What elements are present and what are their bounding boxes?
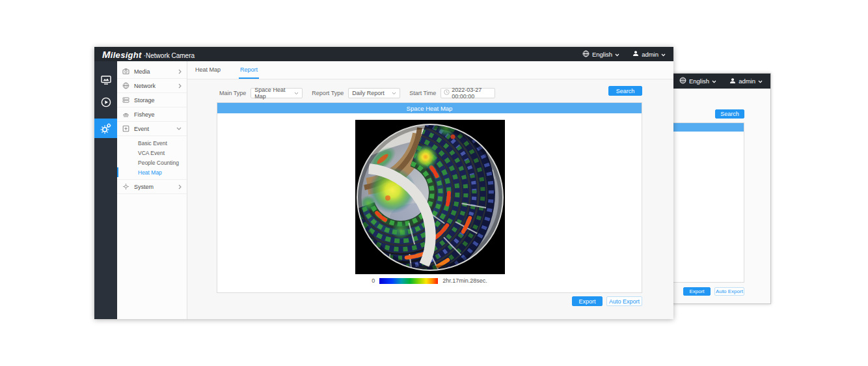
main-window: Milesight ·Network Camera English admin	[94, 47, 673, 319]
content-area: Heat Map Report Main Type Space Heat Map…	[187, 61, 673, 319]
panel-header: Space Heat Map	[217, 103, 642, 113]
brand-logo: Milesight	[102, 49, 142, 60]
report-type-select[interactable]: Daily Report	[348, 88, 400, 98]
fisheye-icon	[122, 111, 129, 118]
event-icon	[122, 125, 129, 132]
bg-user-dropdown[interactable]: admin	[729, 77, 763, 85]
language-label: English	[592, 51, 612, 58]
media-icon	[122, 68, 129, 75]
filter-row: Main Type Space Heat Map Report Type Dai…	[219, 87, 642, 98]
start-time-input[interactable]: 2022-03-27 00:00:00	[441, 88, 495, 98]
menu-item-network[interactable]: Network	[117, 79, 187, 93]
event-submenu: Basic Event VCA Event People Counting He…	[117, 136, 187, 180]
storage-icon	[122, 96, 129, 104]
search-button[interactable]: Search	[608, 86, 642, 96]
menu-item-fisheye[interactable]: Fisheye	[117, 107, 187, 122]
export-button[interactable]: Export	[572, 296, 603, 306]
user-icon	[632, 50, 639, 58]
user-icon	[729, 77, 736, 85]
menu-item-event[interactable]: Event	[117, 122, 187, 136]
scale-max-label: 2hr.17min.28sec.	[442, 277, 487, 284]
heatmap-scale: 0 2hr.17min.28sec.	[217, 277, 642, 284]
clock-icon	[444, 89, 450, 96]
bg-export-button[interactable]: Export	[683, 287, 711, 296]
heatmap-gradient-bar	[379, 278, 438, 284]
user-label: admin	[642, 51, 658, 58]
menu-item-system[interactable]: System	[117, 180, 187, 194]
menu-item-storage[interactable]: Storage	[117, 93, 187, 107]
chevron-down-icon	[392, 90, 396, 96]
user-dropdown[interactable]: admin	[632, 50, 666, 58]
submenu-item-vca-event[interactable]: VCA Event	[117, 148, 187, 158]
chevron-down-icon	[758, 77, 763, 85]
submenu-item-people-counting[interactable]: People Counting	[117, 158, 187, 167]
tabbar: Heat Map Report	[187, 61, 673, 79]
chevron-down-icon	[176, 127, 182, 130]
report-panel: Space Heat Map	[217, 102, 642, 293]
tab-heat-map[interactable]: Heat Map	[194, 61, 222, 79]
chevron-down-icon	[661, 51, 666, 58]
space-heat-map-image	[355, 120, 505, 274]
bg-language-dropdown[interactable]: English	[679, 77, 716, 85]
bg-language-label: English	[689, 77, 709, 85]
submenu-item-basic-event[interactable]: Basic Event	[117, 138, 187, 148]
submenu-item-heat-map[interactable]: Heat Map	[117, 167, 187, 177]
chevron-down-icon	[294, 90, 299, 96]
module-strip	[94, 61, 117, 319]
language-dropdown[interactable]: English	[582, 50, 619, 59]
main-type-select[interactable]: Space Heat Map	[251, 88, 303, 98]
menu-item-media[interactable]: Media	[117, 64, 187, 79]
bg-auto-export-button[interactable]: Auto Export	[714, 287, 744, 296]
bg-search-button[interactable]: Search	[715, 109, 744, 119]
chevron-right-icon	[178, 69, 182, 74]
globe-icon	[582, 50, 590, 59]
chevron-right-icon	[178, 83, 182, 89]
globe-icon	[679, 77, 686, 85]
chevron-right-icon	[178, 184, 182, 190]
system-icon	[122, 183, 129, 190]
auto-export-button[interactable]: Auto Export	[606, 296, 642, 306]
settings-menu: Media Network Storage Fisheye Event	[117, 61, 187, 319]
bg-user-label: admin	[739, 77, 755, 85]
start-time-label: Start Time	[409, 90, 436, 96]
network-icon	[122, 82, 129, 89]
tab-report[interactable]: Report	[239, 61, 259, 79]
export-actions: Export Auto Export	[572, 296, 642, 306]
settings-icon[interactable]	[94, 119, 117, 138]
brand: Milesight ·Network Camera	[102, 49, 195, 60]
chevron-down-icon	[615, 51, 619, 58]
main-topbar: Milesight ·Network Camera English admin	[94, 47, 673, 61]
live-view-icon[interactable]	[94, 70, 117, 90]
main-type-label: Main Type	[219, 90, 246, 96]
chevron-down-icon	[712, 77, 716, 85]
report-type-label: Report Type	[312, 90, 344, 96]
brand-product: ·Network Camera	[144, 52, 195, 59]
playback-icon[interactable]	[94, 92, 117, 112]
scale-min-label: 0	[372, 277, 375, 284]
